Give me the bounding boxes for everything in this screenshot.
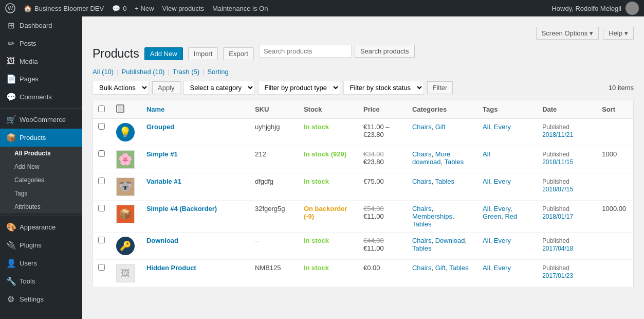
tag-link[interactable]: Every (494, 205, 510, 212)
tag-link[interactable]: Every (494, 264, 511, 272)
tag-link[interactable]: All (483, 150, 490, 158)
row-select-checkbox[interactable] (98, 205, 105, 211)
comments-count[interactable]: 💬 0 (112, 5, 126, 12)
search-input[interactable] (259, 45, 352, 58)
tag-link[interactable]: Every (494, 123, 511, 131)
row-checkbox[interactable] (93, 201, 111, 233)
product-name-link[interactable]: Variable #1 (146, 178, 181, 185)
sidebar-item-users[interactable]: 👤 Users (0, 254, 82, 272)
submenu-attributes[interactable]: Attributes (0, 200, 82, 214)
date-link[interactable]: 2018/01/17 (542, 213, 573, 220)
category-link[interactable]: Chairs (412, 205, 432, 212)
sidebar-item-comments[interactable]: 💬 Comments (0, 88, 82, 106)
date-link[interactable]: 2018/11/15 (542, 158, 573, 166)
filter-all[interactable]: All (10) (93, 68, 114, 76)
category-link[interactable]: Tables (435, 178, 455, 185)
search-button[interactable]: Search products (355, 45, 415, 58)
select-all-checkbox[interactable] (98, 105, 105, 112)
new-content[interactable]: + New (135, 5, 154, 12)
submenu-tags[interactable]: Tags (0, 187, 82, 200)
sidebar-item-posts[interactable]: ✏ Posts (0, 34, 82, 52)
row-checkbox[interactable] (93, 119, 111, 146)
bulk-actions-select[interactable]: Bulk Actions (93, 81, 149, 95)
tag-link[interactable]: All (483, 237, 490, 244)
help-button[interactable]: Help ▾ (603, 27, 634, 40)
sidebar-item-appearance[interactable]: 🎨 Appearance (0, 218, 82, 236)
category-link[interactable]: Chairs (412, 237, 432, 244)
product-type-filter-select[interactable]: Filter by product type (258, 81, 340, 95)
row-sort: 1000 (597, 146, 633, 173)
date-link[interactable]: 2018/07/15 (542, 186, 573, 193)
header-checkbox[interactable] (93, 100, 111, 119)
category-link[interactable]: Gift (435, 264, 446, 272)
product-thumbnail: 🌸 (116, 150, 135, 169)
date-status: Published (542, 178, 569, 185)
category-link[interactable]: Tables (412, 220, 432, 228)
sidebar-item-dashboard[interactable]: ⊞ Dashboard (0, 16, 82, 34)
tag-link[interactable]: Every (494, 237, 511, 244)
tag-link[interactable]: All (483, 264, 490, 272)
row-select-checkbox[interactable] (98, 237, 105, 243)
date-link[interactable]: 2017/04/18 (542, 245, 573, 252)
export-button[interactable]: Export (223, 47, 254, 60)
sidebar-item-pages[interactable]: 📄 Pages (0, 70, 82, 88)
category-link[interactable]: Memberships (412, 212, 452, 220)
apply-button[interactable]: Apply (152, 81, 180, 94)
sidebar-item-plugins[interactable]: 🔌 Plugins (0, 236, 82, 254)
site-name[interactable]: 🏠 Business Bloomer DEV (24, 5, 104, 12)
category-link[interactable]: Tables (445, 158, 464, 166)
filter-sorting[interactable]: Sorting (207, 68, 228, 76)
sidebar-item-woocommerce[interactable]: 🛒 WooCommerce (0, 111, 82, 129)
add-new-button[interactable]: Add New (144, 47, 183, 60)
date-link[interactable]: 2017/01/23 (542, 272, 573, 279)
sidebar-item-products[interactable]: 📦 Products (0, 129, 82, 147)
tag-link[interactable]: All (483, 205, 490, 212)
product-name-link[interactable]: Simple #1 (146, 150, 178, 158)
product-name-link[interactable]: Simple #4 (Backorder) (146, 205, 217, 212)
category-filter-select[interactable]: Select a category (183, 81, 255, 95)
product-name-link[interactable]: Download (146, 237, 178, 244)
tag-link[interactable]: Every (494, 178, 511, 185)
row-select-checkbox[interactable] (98, 123, 105, 130)
product-name-link[interactable]: Hidden Product (146, 264, 196, 272)
category-link[interactable]: Chairs (412, 150, 432, 158)
date-link[interactable]: 2018/11/21 (542, 131, 573, 138)
row-checkbox[interactable] (93, 260, 111, 287)
tag-link[interactable]: All (483, 123, 490, 131)
row-select-checkbox[interactable] (98, 150, 105, 157)
sidebar-item-settings[interactable]: ⚙ Settings (0, 290, 82, 308)
category-link[interactable]: Tables (412, 244, 432, 252)
user-avatar[interactable] (625, 2, 639, 15)
stock-status-filter-select[interactable]: Filter by stock status (343, 81, 424, 95)
category-link[interactable]: Chairs (412, 264, 432, 272)
view-products[interactable]: View products (162, 5, 204, 12)
submenu-categories[interactable]: Categories (0, 173, 82, 187)
row-checkbox[interactable] (93, 173, 111, 201)
category-link[interactable]: Download (435, 237, 465, 244)
sidebar-item-media[interactable]: 🖼 Media (0, 52, 82, 70)
screen-options-button[interactable]: Screen Options ▾ (536, 27, 599, 40)
filter-trash[interactable]: Trash (5) (173, 68, 199, 76)
row-checkbox[interactable] (93, 146, 111, 173)
wp-logo[interactable]: W (5, 3, 15, 13)
category-link[interactable]: Gift (435, 123, 446, 131)
sort-name-link[interactable]: Name (146, 105, 164, 113)
sidebar-item-tools[interactable]: 🔧 Tools (0, 272, 82, 290)
filter-published[interactable]: Published (10) (122, 68, 165, 76)
row-select-checkbox[interactable] (98, 264, 105, 271)
category-link[interactable]: Tables (449, 264, 469, 272)
header-name[interactable]: Name (141, 100, 250, 119)
row-checkbox[interactable] (93, 233, 111, 260)
tag-link[interactable]: Green (483, 212, 501, 220)
submenu-add-new[interactable]: Add New (0, 160, 82, 173)
import-button[interactable]: Import (188, 47, 218, 60)
category-link[interactable]: Chairs (412, 123, 432, 131)
original-price: €44.00 (363, 237, 384, 244)
row-select-checkbox[interactable] (98, 178, 105, 184)
category-link[interactable]: Chairs (412, 178, 432, 185)
submenu-all-products[interactable]: All Products (0, 147, 82, 160)
filter-button[interactable]: Filter (427, 81, 453, 94)
tag-link[interactable]: Red (505, 212, 517, 220)
product-name-link[interactable]: Grouped (146, 123, 174, 131)
tag-link[interactable]: All (483, 178, 490, 185)
